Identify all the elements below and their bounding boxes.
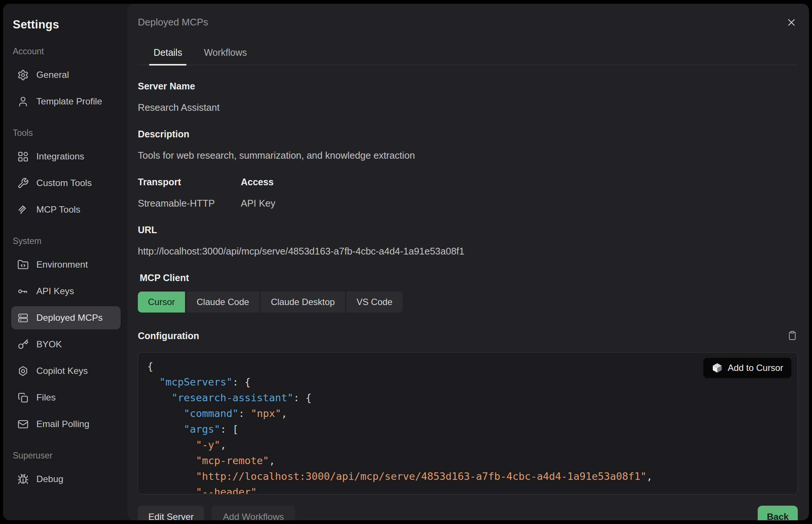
code-line: "research-assistant": { — [147, 390, 788, 406]
sidebar: Settings AccountGeneralTemplate ProfileT… — [3, 4, 127, 520]
mcp-client-claude-code[interactable]: Claude Code — [187, 292, 259, 313]
settings-title: Settings — [13, 18, 121, 31]
server-icon — [17, 312, 29, 324]
sidebar-item-label: Environment — [36, 259, 88, 270]
sidebar-item-label: Template Profile — [36, 96, 102, 107]
transport-label: Transport — [138, 177, 241, 188]
tab-bar: DetailsWorkflows — [138, 42, 798, 65]
sidebar-section-label: Account — [13, 46, 121, 57]
key-round-icon — [17, 286, 29, 297]
main-panel: Deployed MCPs DetailsWorkflows Server Na… — [127, 4, 809, 520]
tab-workflows[interactable]: Workflows — [199, 42, 251, 65]
settings-modal: Settings AccountGeneralTemplate ProfileT… — [3, 4, 809, 520]
mcp-client-cursor[interactable]: Cursor — [138, 292, 185, 313]
code-line: "-y", — [147, 437, 788, 453]
key-icon — [17, 339, 29, 350]
clipboard-icon — [787, 336, 797, 342]
sidebar-item-debug[interactable]: Debug — [11, 467, 121, 491]
close-button[interactable] — [785, 16, 798, 29]
wrench-icon — [17, 177, 29, 189]
sidebar-item-byok[interactable]: BYOK — [11, 333, 121, 356]
page-title: Deployed MCPs — [138, 16, 208, 28]
close-icon — [786, 24, 797, 29]
details-content: Server Name Research Assistant Descripti… — [127, 65, 809, 494]
mcp-client-vs-code[interactable]: VS Code — [346, 292, 403, 313]
sidebar-item-label: Debug — [36, 474, 63, 484]
nut-icon — [17, 365, 29, 377]
sidebar-item-deployed-mcps[interactable]: Deployed MCPs — [11, 306, 121, 329]
sidebar-item-custom-tools[interactable]: Custom Tools — [11, 171, 121, 195]
configuration-code-block[interactable]: { "mcpServers": { "research-assistant": … — [138, 352, 798, 494]
back-button[interactable]: Back — [758, 506, 798, 520]
server-name-label: Server Name — [138, 81, 798, 92]
description-label: Description — [138, 129, 798, 140]
sidebar-item-label: BYOK — [36, 339, 62, 350]
sidebar-item-label: Files — [36, 392, 56, 403]
add-to-cursor-label: Add to Cursor — [728, 363, 783, 373]
mcp-client-label: MCP Client — [140, 272, 798, 283]
sidebar-item-label: General — [36, 70, 69, 80]
sidebar-item-label: Deployed MCPs — [36, 313, 103, 323]
sidebar-item-environment[interactable]: Environment — [11, 253, 121, 276]
code-line: "--header" — [147, 484, 788, 494]
add-workflows-button[interactable]: Add Workflows — [212, 506, 295, 520]
sidebar-item-mcp-tools[interactable]: MCP Tools — [11, 198, 121, 221]
access-value: API Key — [241, 198, 275, 209]
cursor-logo-icon — [712, 362, 723, 374]
sidebar-nav: AccountGeneralTemplate ProfileToolsInteg… — [11, 46, 121, 491]
footer: Edit Server Add Workflows Back — [138, 506, 798, 520]
edit-server-button[interactable]: Edit Server — [138, 506, 204, 520]
description-value: Tools for web research, summarization, a… — [138, 150, 798, 161]
sidebar-item-label: Email Polling — [36, 419, 90, 429]
tab-details[interactable]: Details — [149, 42, 187, 65]
server-name-value: Research Assistant — [138, 102, 798, 113]
sidebar-item-label: Copilot Keys — [36, 366, 88, 376]
url-label: URL — [138, 225, 798, 235]
code-line: "mcpServers": { — [147, 374, 788, 390]
sidebar-item-label: API Keys — [36, 286, 74, 296]
bug-icon — [17, 473, 29, 485]
sidebar-item-label: Integrations — [36, 151, 84, 162]
code-content: { "mcpServers": { "research-assistant": … — [147, 359, 788, 494]
code-line: "mcp-remote", — [147, 453, 788, 469]
mail-icon — [17, 418, 29, 430]
url-value: http://localhost:3000/api/mcp/serve/4853… — [138, 246, 798, 257]
add-to-cursor-button[interactable]: Add to Cursor — [703, 358, 791, 378]
sidebar-section-label: Superuser — [13, 451, 121, 461]
mcp-client-claude-desktop[interactable]: Claude Desktop — [261, 292, 345, 313]
code-line: "command": "npx", — [147, 406, 788, 421]
sidebar-item-integrations[interactable]: Integrations — [11, 145, 121, 168]
gear-icon — [17, 69, 29, 81]
copy-icon — [17, 392, 29, 403]
mcp-client-group: CursorClaude CodeClaude DesktopVS Code — [138, 292, 403, 313]
sidebar-item-files[interactable]: Files — [11, 386, 121, 409]
transport-value: Streamable-HTTP — [138, 198, 241, 209]
sidebar-item-general[interactable]: General — [11, 63, 121, 86]
sidebar-item-label: MCP Tools — [36, 204, 81, 215]
code-line: "http://localhost:3000/api/mcp/serve/485… — [147, 469, 788, 484]
category-icon — [17, 151, 29, 162]
sidebar-section-label: Tools — [13, 128, 121, 138]
main-header: Deployed MCPs — [127, 4, 809, 29]
copy-config-button[interactable] — [787, 330, 798, 342]
sidebar-item-template-profile[interactable]: Template Profile — [11, 90, 121, 113]
code-line: { — [147, 359, 788, 374]
sidebar-item-copilot-keys[interactable]: Copilot Keys — [11, 359, 121, 383]
folder-code-icon — [17, 259, 29, 271]
configuration-label: Configuration — [138, 330, 199, 341]
mcp-icon — [17, 204, 29, 216]
user-icon — [17, 96, 29, 107]
code-line: "args": [ — [147, 421, 788, 437]
sidebar-section-label: System — [13, 236, 121, 246]
sidebar-item-email-polling[interactable]: Email Polling — [11, 412, 121, 436]
sidebar-item-api-keys[interactable]: API Keys — [11, 280, 121, 303]
sidebar-item-label: Custom Tools — [36, 178, 92, 188]
access-label: Access — [241, 177, 275, 188]
